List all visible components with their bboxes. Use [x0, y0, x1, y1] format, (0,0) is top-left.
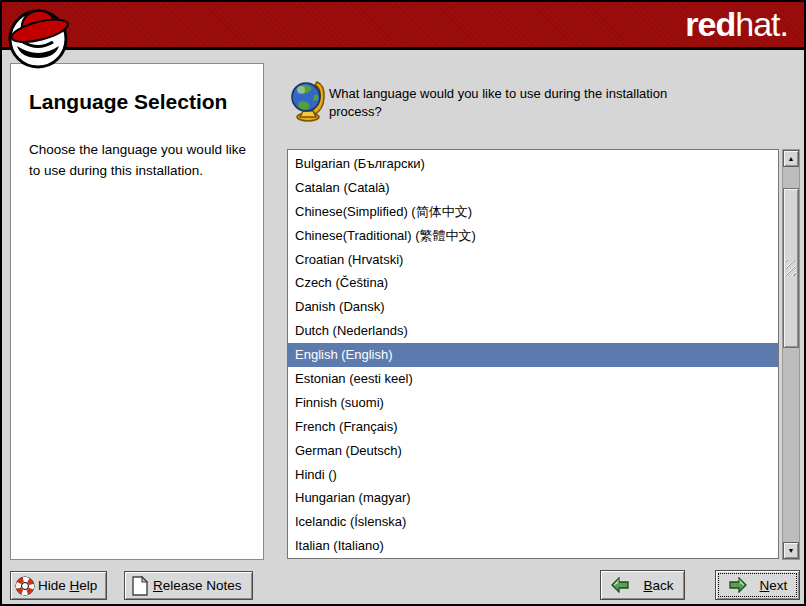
language-list[interactable]: Bulgarian (Български)Catalan (Català)Chi… [287, 149, 779, 559]
language-option[interactable]: Hungarian (magyar) [288, 486, 778, 510]
redhat-shadowman-logo-icon [7, 4, 71, 74]
redhat-wordmark: redhat. [685, 5, 788, 44]
language-option[interactable]: Chinese(Traditional) (繁體中文) [288, 224, 778, 248]
release-notes-button[interactable]: Release Notes [124, 571, 253, 600]
document-icon [130, 575, 150, 597]
hide-help-label: Hide Help [38, 578, 97, 593]
back-button[interactable]: Back [600, 570, 685, 600]
next-label: Next [760, 578, 788, 593]
arrow-left-icon [611, 577, 630, 593]
language-list-scrollbar[interactable]: ▲ ▼ [782, 149, 800, 560]
language-option[interactable]: Finnish (suomi) [288, 391, 778, 415]
help-text: Choose the language you would like to us… [29, 140, 247, 182]
scroll-up-icon[interactable]: ▲ [783, 150, 799, 167]
language-option[interactable]: German (Deutsch) [288, 439, 778, 463]
language-option[interactable]: Catalan (Català) [288, 176, 778, 200]
lifebuoy-icon [14, 575, 36, 597]
header-bar: redhat. [2, 2, 804, 50]
next-button[interactable]: Next [715, 570, 800, 600]
language-option[interactable]: Estonian (eesti keel) [288, 367, 778, 391]
wordmark-red: red [685, 5, 735, 43]
help-panel: Language Selection Choose the language y… [10, 63, 264, 560]
back-label: Back [643, 578, 673, 593]
language-option[interactable]: Danish (Dansk) [288, 295, 778, 319]
globe-icon [289, 78, 327, 122]
hide-help-button[interactable]: Hide Help [10, 571, 107, 600]
language-option[interactable]: Hindi () [288, 463, 778, 487]
language-option[interactable]: Croatian (Hrvatski) [288, 248, 778, 272]
wordmark-hat: hat. [735, 5, 788, 43]
language-option[interactable]: Chinese(Simplified) (简体中文) [288, 200, 778, 224]
language-option[interactable]: Bulgarian (Български) [288, 152, 778, 176]
language-option[interactable]: French (Français) [288, 415, 778, 439]
language-option[interactable]: Czech (Čeština) [288, 271, 778, 295]
release-notes-label: Release Notes [153, 578, 242, 593]
scroll-down-icon[interactable]: ▼ [783, 542, 799, 559]
page-title: Language Selection [29, 90, 247, 114]
scrollbar-grip [786, 260, 796, 276]
language-option[interactable]: Dutch (Nederlands) [288, 319, 778, 343]
language-option[interactable]: Italian (Italiano) [288, 534, 778, 558]
arrow-right-icon [728, 577, 747, 593]
scrollbar-thumb[interactable] [783, 188, 799, 348]
installer-window: redhat. Language Selection Choose the la… [0, 0, 806, 606]
question-text: What language would you like to use duri… [329, 85, 694, 121]
language-option[interactable]: English (English) [288, 343, 778, 367]
language-option[interactable]: Icelandic (Íslenska) [288, 510, 778, 534]
